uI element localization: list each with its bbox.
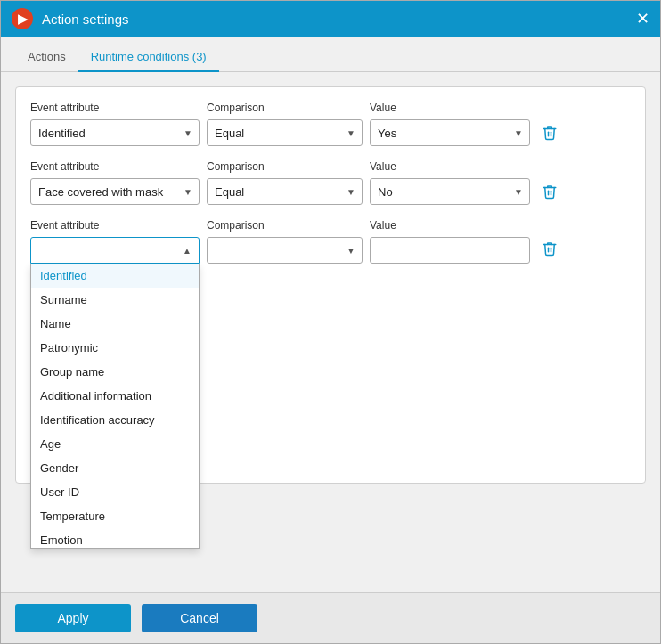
- value-group-1: Value Yes ▼: [370, 102, 530, 146]
- condition-row-3: Event attribute ▲ Identified Surname Nam…: [30, 219, 631, 264]
- dropdown-item-identified[interactable]: Identified: [31, 264, 199, 288]
- comparison-select-wrapper-3: ▼: [207, 237, 363, 264]
- app-icon: ▶: [12, 8, 33, 29]
- event-attribute-dropdown-container-3: ▲ Identified Surname Name Patronymic Gro…: [30, 237, 200, 264]
- event-attribute-select-wrapper-2: Face covered with mask ▼: [30, 178, 200, 205]
- dropdown-item-name[interactable]: Name: [31, 312, 199, 336]
- dropdown-item-gender[interactable]: Gender: [31, 456, 199, 480]
- window-title: Action settings: [42, 12, 129, 27]
- value-label-2: Value: [370, 160, 530, 173]
- event-attribute-select-2[interactable]: Face covered with mask: [30, 178, 200, 205]
- event-attribute-group-2: Event attribute Face covered with mask ▼: [30, 160, 200, 205]
- comparison-select-wrapper-2: Equal ▼: [207, 178, 363, 205]
- value-input-3[interactable]: [370, 237, 530, 264]
- dropdown-item-additional-info[interactable]: Additional information: [31, 384, 199, 408]
- comparison-label-1: Comparison: [207, 102, 363, 114]
- event-attribute-label-3: Event attribute: [30, 219, 200, 232]
- dropdown-item-user-id[interactable]: User ID: [31, 480, 199, 504]
- dropdown-item-identification-accuracy[interactable]: Identification accuracy: [31, 408, 199, 432]
- value-select-wrapper-1: Yes ▼: [370, 119, 530, 146]
- comparison-select-1[interactable]: Equal: [207, 119, 363, 146]
- conditions-card: Event attribute Identified ▼ Comparison …: [15, 86, 646, 484]
- titlebar-left: ▶ Action settings: [12, 8, 129, 29]
- trash-icon-3: [542, 240, 558, 257]
- event-attribute-dropdown-3: Identified Surname Name Patronymic Group…: [30, 264, 200, 549]
- comparison-group-1: Comparison Equal ▼: [207, 102, 363, 146]
- value-label-3: Value: [370, 219, 530, 232]
- delete-row-3-button[interactable]: [537, 235, 562, 262]
- footer: Apply Cancel: [1, 592, 660, 643]
- action-settings-window: ▶ Action settings ✕ Actions Runtime cond…: [0, 0, 661, 644]
- dropdown-item-emotion[interactable]: Emotion: [31, 528, 199, 549]
- comparison-group-2: Comparison Equal ▼: [207, 160, 363, 205]
- comparison-select-3[interactable]: [207, 237, 363, 264]
- event-attribute-select-1[interactable]: Identified: [30, 119, 200, 146]
- titlebar: ▶ Action settings ✕: [1, 1, 660, 37]
- event-attribute-group-3: Event attribute ▲ Identified Surname Nam…: [30, 219, 200, 264]
- event-attribute-select-wrapper-1: Identified ▼: [30, 119, 200, 146]
- comparison-select-2[interactable]: Equal: [207, 178, 363, 205]
- dropdown-item-group-name[interactable]: Group name: [31, 360, 199, 384]
- comparison-label-3: Comparison: [207, 219, 363, 232]
- trash-icon-2: [542, 183, 558, 200]
- value-select-wrapper-2: No ▼: [370, 178, 530, 205]
- apply-button[interactable]: Apply: [15, 604, 131, 632]
- value-group-3: Value: [370, 219, 530, 264]
- dropdown-item-temperature[interactable]: Temperature: [31, 504, 199, 528]
- condition-row-1: Event attribute Identified ▼ Comparison …: [30, 102, 631, 146]
- content-area: Event attribute Identified ▼ Comparison …: [1, 72, 660, 592]
- delete-row-1-button[interactable]: [537, 119, 562, 146]
- condition-row-2: Event attribute Face covered with mask ▼…: [30, 160, 631, 205]
- dropdown-item-patronymic[interactable]: Patronymic: [31, 336, 199, 360]
- value-group-2: Value No ▼: [370, 160, 530, 205]
- event-attribute-fake-select-3[interactable]: ▲: [30, 237, 200, 264]
- tab-actions[interactable]: Actions: [15, 43, 78, 72]
- value-select-1[interactable]: Yes: [370, 119, 530, 146]
- close-button[interactable]: ✕: [636, 11, 649, 27]
- value-select-2[interactable]: No: [370, 178, 530, 205]
- dropdown-item-age[interactable]: Age: [31, 432, 199, 456]
- fake-select-arrow-3: ▲: [183, 246, 192, 256]
- event-attribute-label-2: Event attribute: [30, 160, 200, 173]
- value-label-1: Value: [370, 102, 530, 114]
- dropdown-item-surname[interactable]: Surname: [31, 288, 199, 312]
- event-attribute-label-1: Event attribute: [30, 102, 200, 114]
- cancel-button[interactable]: Cancel: [142, 604, 257, 632]
- tab-runtime-conditions[interactable]: Runtime conditions (3): [78, 43, 219, 72]
- comparison-select-wrapper-1: Equal ▼: [207, 119, 363, 146]
- delete-row-2-button[interactable]: [537, 178, 562, 205]
- trash-icon-1: [542, 125, 558, 141]
- tabs-bar: Actions Runtime conditions (3): [1, 37, 660, 72]
- comparison-label-2: Comparison: [207, 160, 363, 173]
- event-attribute-group-1: Event attribute Identified ▼: [30, 102, 200, 146]
- comparison-group-3: Comparison ▼: [207, 219, 363, 264]
